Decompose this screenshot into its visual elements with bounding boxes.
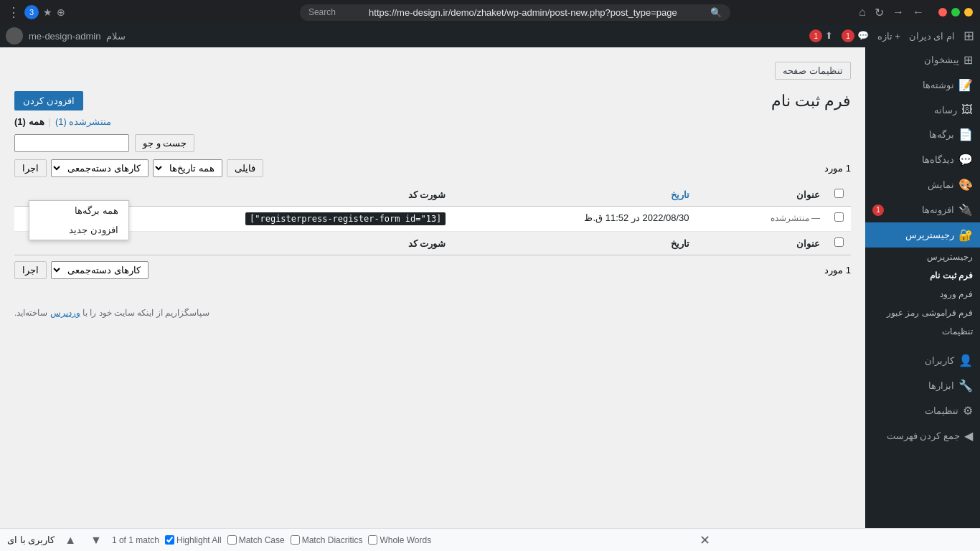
search-row: جست و جو: [14, 134, 851, 152]
match-diacritics-checkbox[interactable]: [291, 535, 300, 545]
close-button[interactable]: [938, 8, 947, 17]
bulk-actions-select-bottom[interactable]: کارهای دسته‌جمعی: [51, 261, 149, 279]
match-case-checkbox[interactable]: [227, 535, 237, 545]
new-item-link[interactable]: + تازه: [877, 31, 900, 42]
sidebar-item-dashboard[interactable]: ⊞ پیشخوان: [865, 47, 980, 72]
sidebar-item-posts[interactable]: 📝 نوشته‌ها: [865, 72, 980, 98]
sidebar-item-users[interactable]: 👤 کاربران: [865, 348, 980, 373]
wp-link[interactable]: وردپرس: [50, 308, 80, 318]
sidebar-label-users: کاربران: [925, 355, 954, 366]
count-top: 1 مورد: [824, 163, 851, 174]
bulk-actions-bottom: 1 مورد کارهای دسته‌جمعی اجرا: [14, 261, 851, 279]
sidebar-item-collapse[interactable]: ◀ جمع کردن فهرست: [865, 423, 980, 448]
search-button[interactable]: جست و جو: [135, 134, 194, 152]
dashboard-icon: ⊞: [963, 53, 973, 67]
sidebar-subitem-forgot-form[interactable]: فرم فراموشی رمز عبور: [865, 303, 980, 322]
filter-all[interactable]: همه (1): [14, 116, 44, 127]
bulk-apply-button-top[interactable]: اجرا: [14, 159, 47, 177]
sidebar-item-registerpress[interactable]: 🔐 رجیسترپرس: [865, 222, 980, 248]
row-date: 2022/08/30 در 11:52 ق.ظ: [584, 212, 689, 223]
wp-logo-icon[interactable]: ⊞: [963, 28, 974, 44]
whole-words-checkbox[interactable]: [368, 535, 377, 545]
address-input[interactable]: [341, 7, 705, 18]
filter-button-top[interactable]: فایلی: [227, 159, 263, 177]
select-all-footer-checkbox[interactable]: [834, 237, 844, 247]
sidebar-item-tools[interactable]: 🔧 ابزارها: [865, 373, 980, 398]
find-up-button[interactable]: ▲: [60, 532, 80, 548]
filter-published[interactable]: منتشرشده (1): [55, 116, 112, 127]
filter-tabs: منتشرشده (1) | همه (1): [14, 116, 851, 127]
forward-button[interactable]: →: [890, 4, 907, 20]
match-diacritics-option[interactable]: Match Diacritics: [291, 535, 363, 545]
extensions-icon[interactable]: ⊕: [57, 6, 65, 18]
filter-area-top: فایلی همه تاریخ‌ها کارهای دسته‌جمعی اجرا: [14, 159, 263, 177]
bulk-actions-select-top[interactable]: کارهای دسته‌جمعی: [51, 159, 149, 177]
minimize-button[interactable]: [964, 8, 973, 17]
bulk-apply-button-bottom[interactable]: اجرا: [14, 261, 47, 279]
sidebar-item-appearance[interactable]: 🎨 نمایش: [865, 172, 980, 197]
dropdown-item-add-new[interactable]: افزودن جدید: [29, 220, 128, 240]
find-down-button[interactable]: ▼: [86, 532, 106, 548]
table-footer-row: عنوان تاریخ شورت کد: [14, 232, 851, 255]
search-input[interactable]: [14, 134, 129, 152]
shortcode-value[interactable]: [registerpress-register-form id="13"]: [245, 212, 446, 225]
count-area-top: 1 مورد: [824, 163, 851, 174]
browser-chrome: ← → ↻ ⌂ 🔍 Search ⊕ ★ 3 ⋮: [0, 0, 980, 24]
bookmark-icon[interactable]: ★: [43, 6, 52, 18]
sidebar-subitem-register-form[interactable]: فرم ثبت نام: [865, 266, 980, 285]
page-settings-button[interactable]: تنظیمات صفحه: [775, 62, 851, 80]
admin-bar-right: ⊞ ام ای دیران + تازه 💬 1 ⬆ 1: [809, 28, 974, 44]
sidebar-item-plugins[interactable]: 🔌 افزونه‌ها 1: [865, 197, 980, 222]
comments-badge[interactable]: 💬 1: [842, 29, 869, 42]
match-case-option[interactable]: Match Case: [227, 535, 285, 545]
sidebar-item-pages[interactable]: 📄 برگه‌ها: [865, 122, 980, 147]
select-all-footer: [827, 232, 851, 255]
sidebar-item-comments[interactable]: 💬 دیدگاه‌ها: [865, 147, 980, 172]
count-bottom: 1 مورد: [824, 265, 851, 276]
th-date[interactable]: تاریخ: [453, 183, 696, 207]
row-checkbox[interactable]: [834, 212, 844, 222]
user-greeting: سلام: [106, 31, 126, 42]
browser-address-bar[interactable]: 🔍 Search: [300, 4, 730, 21]
page-title-area: فرم ثبت نام: [771, 92, 851, 110]
sidebar-subitem-registerpress-main[interactable]: رجیسترپرس: [865, 248, 980, 266]
highlight-all-option[interactable]: Highlight All: [165, 535, 222, 545]
sidebar-label-dashboard: پیشخوان: [924, 55, 959, 65]
media-icon: 🖼: [961, 103, 973, 116]
sidebar-item-media[interactable]: 🖼 رسانه: [865, 98, 980, 122]
maximize-button[interactable]: [951, 8, 960, 17]
wp-content-area: تنظیمات صفحه فرم ثبت نام افزودن کردن منت…: [0, 47, 865, 528]
admin-bar-left: سلام me-design-admin: [6, 27, 126, 44]
username-link[interactable]: me-design-admin: [29, 31, 100, 42]
site-name-link[interactable]: ام ای دیران: [909, 31, 955, 42]
sidebar-subitem-settings[interactable]: تنظیمات: [865, 322, 980, 341]
find-bar-label: کاربری با ای: [7, 534, 55, 545]
highlight-all-checkbox[interactable]: [165, 535, 174, 545]
whole-words-option[interactable]: Whole Words: [368, 535, 431, 545]
back-button[interactable]: ←: [910, 4, 927, 20]
home-button[interactable]: ⌂: [856, 4, 869, 20]
sidebar-item-settings[interactable]: ⚙ تنظیمات: [865, 398, 980, 423]
sidebar-label-collapse: جمع کردن فهرست: [887, 430, 960, 441]
find-close-button[interactable]: ✕: [699, 532, 710, 548]
updates-badge[interactable]: ⬆ 1: [809, 29, 833, 42]
user-avatar[interactable]: [6, 27, 23, 44]
sidebar-subitem-login-form[interactable]: فرم ورود: [865, 285, 980, 303]
sidebar-label-media: رسانه: [934, 105, 957, 116]
select-all-checkbox[interactable]: [834, 189, 844, 198]
sidebar-label-comments: دیدگاه‌ها: [922, 154, 954, 165]
browser-navigation: ← → ↻ ⌂: [856, 4, 927, 21]
tools-icon: 🔧: [958, 379, 973, 392]
update-count: 1: [809, 29, 822, 42]
select-all-header: [827, 183, 851, 207]
date-filter-select[interactable]: همه تاریخ‌ها: [153, 159, 222, 177]
search-label: Search: [308, 7, 336, 17]
add-new-button[interactable]: افزودن کردن: [14, 91, 83, 110]
sidebar-label-tools: ابزارها: [928, 380, 954, 391]
find-count: 1 of 1 match: [112, 535, 159, 545]
account-icon[interactable]: 3: [24, 5, 39, 19]
menu-icon[interactable]: ⋮: [7, 4, 20, 20]
reload-button[interactable]: ↻: [872, 4, 887, 21]
dropdown-item-all-pages[interactable]: همه برگه‌ها: [29, 201, 128, 220]
sidebar-label-pages: برگه‌ها: [929, 129, 954, 140]
